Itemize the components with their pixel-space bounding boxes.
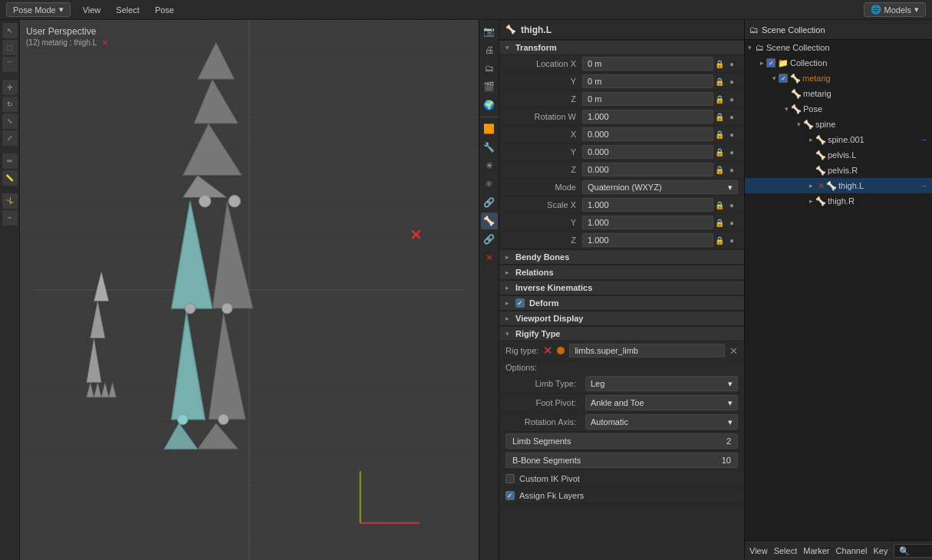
viewport-display-section-header[interactable]: Viewport Display: [499, 311, 744, 326]
foot-pivot-select[interactable]: Ankle and Toe: [585, 395, 738, 410]
tree-item-metarig-mesh[interactable]: 🦴 metarig: [745, 86, 932, 101]
collection-visibility[interactable]: ✓: [766, 58, 776, 68]
toolbar-transform-icon[interactable]: ⤢: [2, 130, 18, 146]
location-z-lock[interactable]: 🔒: [713, 93, 726, 105]
marker-btn[interactable]: Marker: [803, 546, 829, 555]
tree-item-scene-collection[interactable]: ▾ 🗂 Scene Collection: [745, 40, 932, 55]
view-menu[interactable]: View: [80, 4, 104, 16]
modifier-icon[interactable]: 🔧: [481, 139, 498, 156]
metarig-visibility[interactable]: ✓: [779, 74, 788, 83]
constraints-icon[interactable]: 🔗: [481, 194, 498, 211]
location-x-keyframe[interactable]: ●: [726, 58, 738, 70]
rig-type-close-btn[interactable]: ✕: [729, 345, 738, 357]
world-icon[interactable]: 🌍: [481, 97, 498, 114]
deform-checkbox[interactable]: ✓: [515, 298, 525, 308]
tree-item-pelvisR[interactable]: 🦴 pelvis.R: [745, 163, 932, 178]
toolbar-move-icon[interactable]: ✛: [2, 80, 18, 95]
location-x-value[interactable]: 0 m: [582, 57, 713, 71]
location-y-keyframe[interactable]: ●: [726, 75, 738, 87]
toolbar-relax-icon[interactable]: ~: [2, 210, 18, 226]
location-z-keyframe[interactable]: ●: [726, 93, 738, 105]
rotation-w-lock[interactable]: 🔒: [713, 110, 726, 123]
tree-item-collection[interactable]: ▸ ✓ 📁 Collection: [745, 55, 932, 71]
toolbar-scale-icon[interactable]: ⤡: [2, 114, 18, 129]
select-menu[interactable]: Select: [113, 4, 143, 16]
rotation-mode-dropdown[interactable]: Quaternion (WXYZ): [582, 180, 738, 194]
b-bone-segments-row: B-Bone Segments 10: [499, 451, 744, 470]
object-data-icon[interactable]: 🦴: [481, 212, 498, 229]
tree-item-metarig[interactable]: ▾ ✓ 🦴 metarig: [745, 71, 932, 86]
scale-y-value[interactable]: 1.000: [582, 216, 713, 229]
toolbar-measure-icon[interactable]: 📏: [2, 170, 18, 186]
key-btn[interactable]: Key: [873, 546, 888, 555]
limb-segments-field[interactable]: Limb Segments 2: [506, 433, 738, 449]
outliner-search[interactable]: [894, 544, 932, 558]
render-icon[interactable]: 📷: [481, 23, 498, 40]
tree-item-spine001[interactable]: ▸ 🦴 spine.001 →: [745, 132, 932, 147]
scale-y-lock[interactable]: 🔒: [713, 216, 726, 229]
rotation-y-lock[interactable]: 🔒: [713, 146, 726, 158]
scale-y-keyframe[interactable]: ●: [726, 216, 738, 229]
ik-section-header[interactable]: Inverse Kinematics: [499, 280, 744, 295]
tree-item-thighR[interactable]: ▸ 🦴 thigh.R: [745, 193, 932, 209]
scale-z-lock[interactable]: 🔒: [713, 234, 726, 246]
rotation-axis-select[interactable]: Automatic: [585, 414, 738, 430]
scale-x-value[interactable]: 1.000: [582, 198, 713, 212]
rotation-z-value[interactable]: 0.000: [582, 163, 713, 176]
bendy-bones-section-header[interactable]: Bendy Bones: [499, 249, 744, 265]
select-btn[interactable]: Select: [774, 546, 798, 555]
tree-item-thighL[interactable]: ▸ ✕ 🦴 thigh.L →: [745, 178, 932, 193]
location-y-lock[interactable]: 🔒: [713, 75, 726, 87]
toolbar-rotate-icon[interactable]: ↻: [2, 97, 18, 112]
assign-fk-checkbox[interactable]: ✓: [506, 491, 515, 500]
toolbar-pose-icon[interactable]: 🤸: [2, 193, 18, 209]
custom-ik-checkbox[interactable]: [506, 474, 515, 483]
rotation-w-value[interactable]: 1.000: [582, 110, 713, 124]
location-z-value[interactable]: 0 m: [582, 92, 713, 106]
models-selector[interactable]: 🌐 Models: [864, 2, 926, 17]
object-icon[interactable]: 🟧: [481, 120, 498, 137]
b-bone-segments-field[interactable]: B-Bone Segments 10: [506, 453, 738, 468]
scene-icon[interactable]: 🎬: [481, 78, 498, 95]
mode-selector[interactable]: Pose Mode: [6, 2, 71, 17]
rotation-y-value[interactable]: 0.000: [582, 145, 713, 159]
rotation-y-keyframe[interactable]: ●: [726, 146, 738, 158]
toolbar-cursor-icon[interactable]: ↖: [2, 23, 18, 38]
metarig-mesh-icon: 🦴: [791, 88, 802, 99]
rotation-x-keyframe[interactable]: ●: [726, 128, 738, 140]
view-btn[interactable]: View: [749, 546, 768, 555]
location-y-value[interactable]: 0 m: [582, 74, 713, 88]
rotation-z-lock[interactable]: 🔒: [713, 163, 726, 176]
view-layer-icon[interactable]: 🗂: [481, 60, 498, 77]
toolbar-select-icon[interactable]: ⬚: [2, 40, 18, 55]
channel-btn[interactable]: Channel: [835, 546, 867, 555]
limb-type-select[interactable]: Leg: [585, 376, 738, 391]
scale-x-keyframe[interactable]: ●: [726, 199, 738, 211]
rotation-x-lock[interactable]: 🔒: [713, 128, 726, 140]
physics-icon[interactable]: ⚛: [481, 176, 498, 193]
toolbar-annotate-icon[interactable]: ✏: [2, 153, 18, 169]
toolbar-lasso-icon[interactable]: ⌒: [2, 57, 18, 72]
scale-z-keyframe[interactable]: ●: [726, 234, 738, 246]
output-icon[interactable]: 🖨: [481, 41, 498, 58]
rotation-z-keyframe[interactable]: ●: [726, 163, 738, 176]
tree-item-pose[interactable]: ▾ 🦴 Pose: [745, 101, 932, 117]
active-tool-icon[interactable]: ✕: [481, 249, 498, 266]
transform-section-header[interactable]: Transform: [499, 40, 744, 55]
rigify-section-header[interactable]: Rigify Type: [499, 326, 744, 341]
scale-x-lock[interactable]: 🔒: [713, 199, 726, 211]
tree-item-pelvisL[interactable]: 🦴 pelvis.L: [745, 147, 932, 163]
rotation-w-keyframe[interactable]: ●: [726, 110, 738, 123]
relations-section-header[interactable]: Relations: [499, 265, 744, 280]
scale-z-value[interactable]: 1.000: [582, 233, 713, 247]
rotation-x-value[interactable]: 0.000: [582, 127, 713, 141]
rig-type-value[interactable]: limbs.super_limb: [569, 344, 725, 357]
viewport[interactable]: ✕ User Perspective (12) metarig : thigh.…: [20, 20, 479, 560]
deform-section-header[interactable]: ✓ Deform: [499, 295, 744, 311]
bone-constraints-icon[interactable]: 🔗: [481, 231, 498, 248]
rotation-mode-arrow: [728, 183, 733, 193]
tree-item-spine[interactable]: ▾ 🦴 spine: [745, 117, 932, 132]
location-x-lock[interactable]: 🔒: [713, 58, 726, 70]
particles-icon[interactable]: ✳: [481, 157, 498, 174]
pose-menu[interactable]: Pose: [152, 4, 177, 16]
